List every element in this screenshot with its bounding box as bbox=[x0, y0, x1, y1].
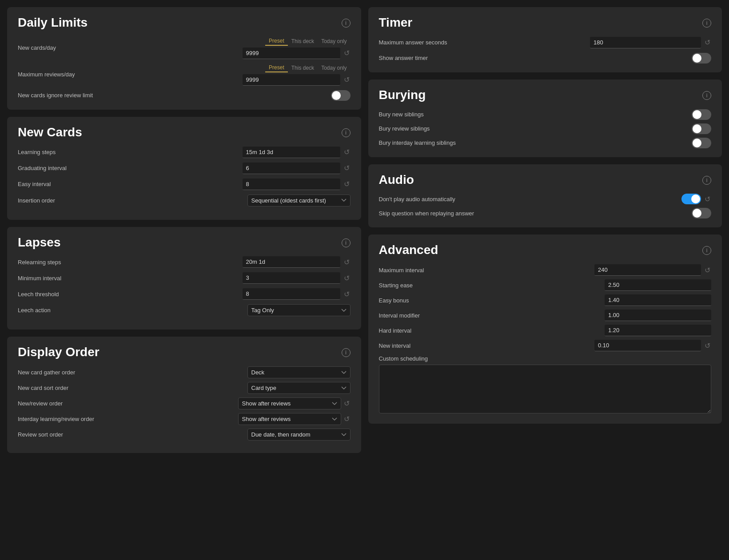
display-order-title: Display Order bbox=[18, 346, 100, 359]
new-review-order-select[interactable]: Show after reviews Show before reviews M… bbox=[238, 397, 341, 409]
learning-steps-input[interactable] bbox=[243, 147, 340, 158]
audio-info-icon[interactable]: i bbox=[702, 176, 711, 185]
review-sort-select[interactable]: Due date, then random Due date, then dec… bbox=[247, 429, 351, 441]
bury-new-row: Bury new siblings bbox=[379, 109, 712, 120]
new-cards-thisdeck-tab[interactable]: This deck bbox=[288, 37, 318, 46]
new-card-sort-select[interactable]: Card type Template Random bbox=[247, 382, 351, 394]
leech-threshold-label: Leech threshold bbox=[18, 291, 59, 298]
hard-interval-input[interactable] bbox=[605, 325, 711, 336]
display-order-info-icon[interactable]: i bbox=[342, 348, 351, 357]
bury-interday-thumb bbox=[693, 139, 701, 147]
max-answer-reset[interactable]: ↺ bbox=[704, 38, 711, 47]
new-interval-reset[interactable]: ↺ bbox=[704, 342, 711, 350]
easy-interval-reset[interactable]: ↺ bbox=[343, 180, 351, 188]
review-sort-row: Review sort order Due date, then random … bbox=[18, 429, 351, 441]
learning-steps-row: Learning steps ↺ bbox=[18, 147, 351, 158]
max-reviews-day-input[interactable] bbox=[243, 74, 340, 86]
interday-label: Interday learning/review order bbox=[18, 416, 94, 422]
max-interval-input[interactable] bbox=[594, 264, 701, 276]
bury-review-thumb bbox=[693, 124, 701, 133]
ignore-review-limit-toggle[interactable] bbox=[331, 90, 351, 101]
relearning-steps-label: Relearning steps bbox=[18, 259, 61, 266]
dont-play-toggle[interactable] bbox=[681, 194, 701, 204]
new-card-gather-select[interactable]: Deck Ascending position Descending posit… bbox=[247, 366, 351, 378]
new-cards-card: New Cards i Learning steps ↺ Graduating … bbox=[7, 117, 361, 220]
max-reviews-thisdeck-tab[interactable]: This deck bbox=[288, 64, 318, 72]
insertion-order-select[interactable]: Sequential (oldest cards first) Random bbox=[247, 195, 351, 207]
max-interval-row: Maximum interval ↺ bbox=[379, 264, 712, 276]
max-reviews-day-label: Maximum reviews/day bbox=[18, 71, 75, 78]
bury-new-toggle[interactable] bbox=[692, 109, 711, 120]
learning-steps-label: Learning steps bbox=[18, 149, 56, 155]
max-answer-row: Maximum answer seconds ↺ bbox=[379, 37, 712, 48]
timer-info-icon[interactable]: i bbox=[702, 19, 711, 28]
max-reviews-day-reset[interactable]: ↺ bbox=[343, 75, 351, 84]
max-interval-reset[interactable]: ↺ bbox=[704, 266, 711, 274]
bury-interday-label: Bury interday learning siblings bbox=[379, 139, 456, 146]
timer-card: Timer i Maximum answer seconds ↺ Show an… bbox=[368, 7, 722, 72]
easy-interval-input[interactable] bbox=[243, 179, 340, 190]
advanced-card: Advanced i Maximum interval ↺ Starting e… bbox=[368, 234, 722, 424]
custom-scheduling-textarea[interactable] bbox=[379, 365, 712, 413]
daily-limits-info-icon[interactable]: i bbox=[342, 19, 351, 28]
advanced-info-icon[interactable]: i bbox=[702, 246, 711, 255]
new-cards-day-input[interactable] bbox=[243, 48, 340, 59]
learning-steps-reset[interactable]: ↺ bbox=[343, 148, 351, 156]
bury-review-row: Bury review siblings bbox=[379, 123, 712, 134]
new-interval-input[interactable] bbox=[594, 340, 701, 351]
max-reviews-todayonly-tab[interactable]: Today only bbox=[318, 64, 350, 72]
lapses-info-icon[interactable]: i bbox=[342, 238, 351, 247]
easy-bonus-input[interactable] bbox=[605, 294, 711, 306]
leech-action-select[interactable]: Tag Only Suspend Card bbox=[247, 304, 351, 316]
starting-ease-input[interactable] bbox=[605, 279, 711, 291]
leech-threshold-reset[interactable]: ↺ bbox=[343, 290, 351, 298]
bury-interday-toggle[interactable] bbox=[692, 138, 711, 148]
relearning-steps-input[interactable] bbox=[243, 256, 340, 268]
new-review-order-row: New/review order Show after reviews Show… bbox=[18, 397, 351, 409]
interday-row: Interday learning/review order Show afte… bbox=[18, 413, 351, 425]
minimum-interval-label: Minimum interval bbox=[18, 275, 61, 282]
max-answer-label: Maximum answer seconds bbox=[379, 39, 447, 46]
advanced-title: Advanced bbox=[379, 243, 438, 257]
show-timer-toggle[interactable] bbox=[692, 53, 711, 64]
bury-interday-row: Bury interday learning siblings bbox=[379, 138, 712, 148]
relearning-steps-reset[interactable]: ↺ bbox=[343, 258, 351, 266]
show-timer-row: Show answer timer bbox=[379, 53, 712, 64]
minimum-interval-row: Minimum interval ↺ bbox=[18, 272, 351, 284]
bury-new-thumb bbox=[693, 110, 701, 119]
new-cards-info-icon[interactable]: i bbox=[342, 128, 351, 137]
new-cards-preset-tab[interactable]: Preset bbox=[265, 37, 288, 46]
graduating-interval-reset[interactable]: ↺ bbox=[343, 164, 351, 172]
interday-select[interactable]: Show after reviews Show before reviews M… bbox=[238, 413, 341, 425]
leech-threshold-input[interactable] bbox=[243, 288, 340, 300]
display-order-card: Display Order i New card gather order De… bbox=[7, 337, 361, 453]
new-cards-todayonly-tab[interactable]: Today only bbox=[318, 37, 350, 46]
easy-bonus-label: Easy bonus bbox=[379, 297, 409, 304]
skip-question-row: Skip question when replaying answer bbox=[379, 208, 712, 218]
max-answer-input[interactable] bbox=[590, 37, 701, 48]
graduating-interval-input[interactable] bbox=[243, 163, 340, 174]
max-reviews-tabs: Preset This deck Today only ↺ bbox=[75, 64, 351, 86]
minimum-interval-reset[interactable]: ↺ bbox=[343, 274, 351, 282]
new-interval-row: New interval ↺ bbox=[379, 340, 712, 351]
minimum-interval-input[interactable] bbox=[243, 272, 340, 284]
new-card-sort-row: New card sort order Card type Template R… bbox=[18, 382, 351, 394]
interday-reset[interactable]: ↺ bbox=[343, 415, 351, 423]
daily-limits-title: Daily Limits bbox=[18, 16, 88, 30]
bury-review-toggle[interactable] bbox=[692, 123, 711, 134]
max-reviews-preset-tab[interactable]: Preset bbox=[265, 64, 288, 72]
hard-interval-row: Hard interval bbox=[379, 325, 712, 336]
leech-action-row: Leech action Tag Only Suspend Card bbox=[18, 304, 351, 316]
new-review-order-label: New/review order bbox=[18, 400, 63, 407]
burying-info-icon[interactable]: i bbox=[702, 91, 711, 100]
graduating-interval-row: Graduating interval ↺ bbox=[18, 163, 351, 174]
relearning-steps-row: Relearning steps ↺ bbox=[18, 256, 351, 268]
skip-question-toggle[interactable] bbox=[692, 208, 711, 218]
ignore-review-thumb bbox=[332, 91, 341, 100]
timer-title: Timer bbox=[379, 16, 413, 30]
dont-play-reset[interactable]: ↺ bbox=[704, 195, 711, 203]
interval-modifier-input[interactable] bbox=[605, 310, 711, 321]
new-review-order-reset[interactable]: ↺ bbox=[343, 399, 351, 408]
new-cards-day-reset[interactable]: ↺ bbox=[343, 49, 351, 57]
hard-interval-label: Hard interval bbox=[379, 327, 412, 334]
